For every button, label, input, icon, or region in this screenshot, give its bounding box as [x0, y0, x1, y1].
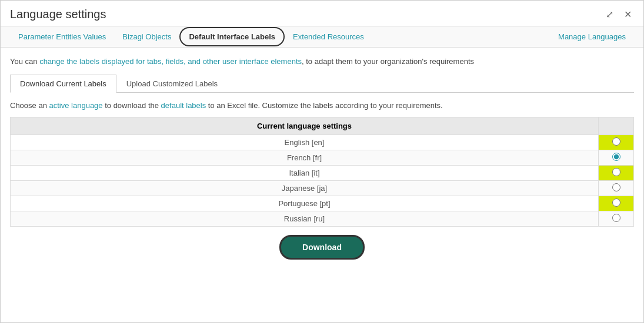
table-header-radio [599, 117, 634, 135]
language-radio-Russian_[ru][interactable] [612, 214, 620, 222]
expand-icon: ⤢ [606, 9, 613, 19]
close-button[interactable]: ✕ [622, 8, 634, 21]
sub-tab-download[interactable]: Download Current Labels [10, 75, 116, 93]
language-name: French [fr] [11, 150, 599, 166]
tab-default-interface-labels[interactable]: Default Interface Labels [179, 27, 285, 46]
tab-bizagi-objects[interactable]: Bizagi Objects [114, 26, 179, 47]
tabs-nav: Parameter Entities Values Bizagi Objects… [1, 26, 643, 48]
table-row: English [en] [11, 135, 634, 150]
language-radio-cell [599, 211, 634, 227]
sub-tabs: Download Current Labels Upload Customize… [10, 75, 634, 93]
language-settings-modal: Language settings ⤢ ✕ Parameter Entities… [0, 0, 644, 323]
download-button[interactable]: Download [279, 235, 365, 260]
table-header: Current language settings [11, 117, 599, 135]
language-name: Portuguese [pt] [11, 196, 599, 211]
header-icons: ⤢ ✕ [603, 8, 634, 21]
info-text: You can change the labels displayed for … [10, 56, 634, 68]
language-table: Current language settings English [en]Fr… [10, 117, 634, 227]
language-radio-cell [599, 181, 634, 196]
table-row: French [fr] [11, 150, 634, 166]
language-name: Japanese [ja] [11, 181, 599, 196]
language-name: Russian [ru] [11, 211, 599, 227]
language-radio-French_[fr][interactable] [612, 153, 620, 161]
language-radio-cell [599, 150, 634, 166]
tab-parameter-entities[interactable]: Parameter Entities Values [10, 26, 114, 47]
modal-header: Language settings ⤢ ✕ [1, 1, 643, 26]
language-radio-Japanese_[ja][interactable] [612, 183, 620, 191]
language-radio-cell [599, 196, 634, 211]
language-radio-Italian_[it][interactable] [612, 168, 620, 176]
language-name: English [en] [11, 135, 599, 150]
table-row: Portuguese [pt] [11, 196, 634, 211]
modal-title: Language settings [10, 8, 106, 21]
table-row: Japanese [ja] [11, 181, 634, 196]
language-radio-English_[en][interactable] [612, 137, 620, 146]
close-icon: ✕ [624, 9, 632, 19]
table-row: Russian [ru] [11, 211, 634, 227]
language-radio-cell [599, 135, 634, 150]
sub-tab-upload[interactable]: Upload Customized Labels [116, 75, 228, 92]
language-name: Italian [it] [11, 166, 599, 181]
tab-extended-resources[interactable]: Extended Resources [285, 26, 372, 47]
modal-body: You can change the labels displayed for … [1, 48, 643, 322]
expand-button[interactable]: ⤢ [603, 8, 616, 21]
description-text: Choose an active language to download th… [10, 100, 634, 112]
download-area: Download [10, 235, 634, 260]
language-radio-cell [599, 166, 634, 181]
language-radio-Portuguese_[pt][interactable] [612, 198, 620, 207]
table-row: Italian [it] [11, 166, 634, 181]
tab-manage-languages[interactable]: Manage Languages [550, 26, 634, 47]
